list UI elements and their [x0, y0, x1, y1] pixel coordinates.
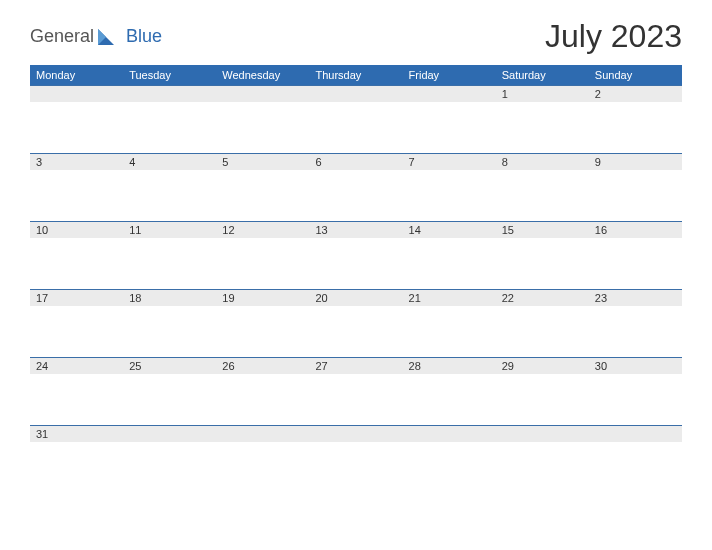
- day-body: [496, 102, 589, 153]
- day-cell: 12: [216, 222, 309, 238]
- day-cell: [123, 86, 216, 102]
- day-cell: [216, 426, 309, 442]
- day-cell: 17: [30, 290, 123, 306]
- day-body: [30, 102, 123, 153]
- day-cell: 31: [30, 426, 123, 442]
- day-body: [589, 306, 682, 357]
- day-body: [30, 442, 123, 493]
- day-cell: [123, 426, 216, 442]
- day-cell: 30: [589, 358, 682, 374]
- day-body: [123, 306, 216, 357]
- day-cell: 9: [589, 154, 682, 170]
- day-body: [589, 374, 682, 425]
- day-body: [216, 374, 309, 425]
- weekday-label: Wednesday: [216, 65, 309, 85]
- day-body: [589, 442, 682, 493]
- week-row: 24 25 26 27 28 29 30: [30, 357, 682, 425]
- day-cell: 28: [403, 358, 496, 374]
- day-cell: 8: [496, 154, 589, 170]
- day-body: [403, 306, 496, 357]
- day-cell: [309, 426, 402, 442]
- day-body: [589, 170, 682, 221]
- week-row: 1 2: [30, 85, 682, 153]
- day-cell: 21: [403, 290, 496, 306]
- day-body: [123, 170, 216, 221]
- day-cell: 6: [309, 154, 402, 170]
- day-cell: [216, 86, 309, 102]
- day-body: [309, 102, 402, 153]
- day-body: [309, 442, 402, 493]
- day-body: [123, 238, 216, 289]
- day-cell: 26: [216, 358, 309, 374]
- weekday-label: Sunday: [589, 65, 682, 85]
- day-body: [309, 374, 402, 425]
- day-cell: [589, 426, 682, 442]
- weekday-header-row: Monday Tuesday Wednesday Thursday Friday…: [30, 65, 682, 85]
- brand-triangle-icon: [96, 27, 116, 47]
- calendar-header: General Blue July 2023: [0, 0, 712, 65]
- day-body: [403, 102, 496, 153]
- day-cell: 25: [123, 358, 216, 374]
- day-cell: 1: [496, 86, 589, 102]
- day-body: [496, 238, 589, 289]
- day-cell: [496, 426, 589, 442]
- day-body: [403, 374, 496, 425]
- day-body: [123, 442, 216, 493]
- day-body: [30, 238, 123, 289]
- brand-logo: General Blue: [30, 26, 162, 47]
- day-cell: 5: [216, 154, 309, 170]
- day-cell: 24: [30, 358, 123, 374]
- day-body: [309, 306, 402, 357]
- day-body: [496, 374, 589, 425]
- weekday-label: Saturday: [496, 65, 589, 85]
- week-row: 3 4 5 6 7 8 9: [30, 153, 682, 221]
- day-body: [216, 102, 309, 153]
- day-cell: 16: [589, 222, 682, 238]
- day-body: [30, 306, 123, 357]
- day-body: [403, 238, 496, 289]
- day-body: [589, 238, 682, 289]
- day-cell: 20: [309, 290, 402, 306]
- day-body: [216, 442, 309, 493]
- weekday-label: Tuesday: [123, 65, 216, 85]
- day-cell: 13: [309, 222, 402, 238]
- day-cell: 2: [589, 86, 682, 102]
- month-year-title: July 2023: [545, 18, 682, 55]
- day-body: [403, 442, 496, 493]
- day-body: [123, 102, 216, 153]
- day-body: [216, 306, 309, 357]
- day-cell: 19: [216, 290, 309, 306]
- day-body: [496, 306, 589, 357]
- weekday-label: Monday: [30, 65, 123, 85]
- day-cell: 14: [403, 222, 496, 238]
- day-cell: 11: [123, 222, 216, 238]
- day-cell: 15: [496, 222, 589, 238]
- day-cell: [30, 86, 123, 102]
- day-cell: 23: [589, 290, 682, 306]
- day-cell: 4: [123, 154, 216, 170]
- day-cell: 3: [30, 154, 123, 170]
- day-body: [123, 374, 216, 425]
- day-cell: 22: [496, 290, 589, 306]
- brand-word-2: Blue: [126, 26, 162, 47]
- day-body: [216, 238, 309, 289]
- day-cell: [309, 86, 402, 102]
- day-body: [30, 374, 123, 425]
- day-body: [216, 170, 309, 221]
- day-cell: 29: [496, 358, 589, 374]
- day-body: [403, 170, 496, 221]
- day-body: [30, 170, 123, 221]
- brand-word-1: General: [30, 26, 94, 47]
- week-row: 31: [30, 425, 682, 493]
- day-cell: 27: [309, 358, 402, 374]
- day-body: [589, 102, 682, 153]
- day-body: [309, 170, 402, 221]
- day-cell: 18: [123, 290, 216, 306]
- weekday-label: Thursday: [309, 65, 402, 85]
- day-body: [309, 238, 402, 289]
- day-cell: [403, 426, 496, 442]
- day-cell: 10: [30, 222, 123, 238]
- day-body: [496, 170, 589, 221]
- day-cell: 7: [403, 154, 496, 170]
- day-cell: [403, 86, 496, 102]
